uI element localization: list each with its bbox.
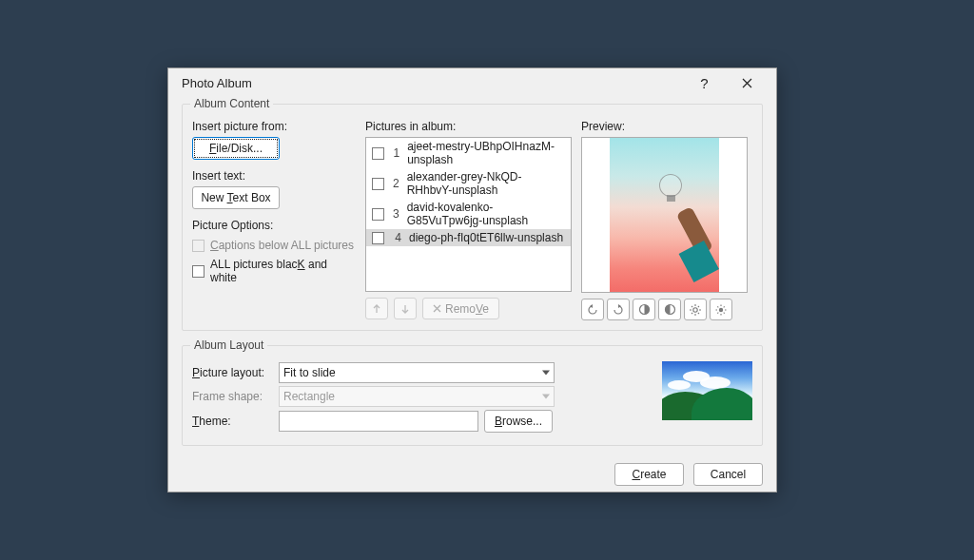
insert-column: Insert picture from: File/Disk... Insert… bbox=[192, 118, 356, 320]
svg-point-2 bbox=[693, 307, 697, 311]
list-item[interactable]: 3david-kovalenko-G85VuTpw6jg-unsplash bbox=[366, 199, 571, 229]
brightness-up-button[interactable] bbox=[684, 299, 707, 320]
list-item-checkbox[interactable] bbox=[372, 208, 384, 221]
list-item-name: ajeet-mestry-UBhpOIHnazM-unsplash bbox=[407, 140, 565, 166]
rotate-left-button[interactable] bbox=[581, 299, 604, 320]
album-content-legend: Album Content bbox=[190, 97, 273, 110]
album-content-group: Album Content Insert picture from: File/… bbox=[182, 97, 763, 331]
captions-label: Captions below ALL pictures bbox=[210, 239, 354, 252]
remove-button: RemoVe bbox=[422, 298, 499, 319]
pictures-column: Pictures in album: 1ajeet-mestry-UBhpOIH… bbox=[365, 118, 572, 320]
brightness-down-icon bbox=[714, 303, 728, 317]
file-disk-button[interactable]: File/Disk... bbox=[192, 137, 280, 160]
album-layout-legend: Album Layout bbox=[190, 338, 267, 352]
preview-label: Preview: bbox=[581, 120, 752, 133]
contrast-up-icon bbox=[638, 303, 651, 316]
photo-album-dialog: Photo Album ? Album Content Insert pictu… bbox=[167, 68, 777, 492]
list-item-checkbox[interactable] bbox=[372, 178, 384, 190]
preview-toolbar bbox=[581, 299, 752, 320]
pictures-listbox[interactable]: 1ajeet-mestry-UBhpOIHnazM-unsplash2alexa… bbox=[365, 137, 572, 292]
insert-picture-from-label: Insert picture from: bbox=[192, 120, 356, 133]
picture-options-label: Picture Options: bbox=[192, 219, 356, 232]
list-item[interactable]: 4diego-ph-fIq0tET6llw-unsplash bbox=[366, 229, 571, 246]
rotate-right-icon bbox=[612, 303, 625, 317]
list-item-number: 3 bbox=[392, 207, 399, 221]
rotate-left-icon bbox=[586, 303, 599, 317]
help-button[interactable]: ? bbox=[683, 68, 726, 97]
bw-checkbox[interactable] bbox=[192, 265, 205, 278]
frame-shape-label: Frame shape: bbox=[192, 390, 273, 403]
bw-label: ALL pictures blacK and white bbox=[210, 258, 356, 284]
arrow-down-icon bbox=[399, 303, 411, 315]
preview-box bbox=[581, 137, 748, 293]
bw-checkbox-row: ALL pictures blacK and white bbox=[192, 258, 356, 284]
album-layout-group: Album Layout Picture layout: Fit to slid… bbox=[182, 338, 763, 446]
create-button[interactable]: Create bbox=[614, 463, 684, 486]
brightness-up-icon bbox=[689, 303, 702, 317]
list-item-number: 4 bbox=[392, 231, 401, 244]
list-item-number: 2 bbox=[392, 177, 399, 190]
insert-text-label: Insert text: bbox=[192, 169, 356, 183]
chevron-down-icon bbox=[542, 395, 550, 399]
rotate-right-button[interactable] bbox=[607, 299, 630, 320]
dialog-title: Photo Album bbox=[182, 76, 683, 90]
close-button[interactable] bbox=[726, 68, 769, 97]
preview-image bbox=[610, 138, 719, 292]
browse-button[interactable]: Browse... bbox=[484, 410, 553, 433]
contrast-down-button[interactable] bbox=[658, 299, 681, 320]
dialog-footer: Create Cancel bbox=[182, 463, 763, 486]
list-item[interactable]: 2alexander-grey-NkQD-RHhbvY-unsplash bbox=[366, 168, 571, 199]
list-item[interactable]: 1ajeet-mestry-UBhpOIHnazM-unsplash bbox=[366, 138, 571, 168]
dialog-body: Album Content Insert picture from: File/… bbox=[168, 97, 776, 497]
svg-point-3 bbox=[719, 307, 723, 311]
theme-textbox[interactable] bbox=[279, 411, 478, 432]
dialog-titlebar: Photo Album ? bbox=[168, 68, 776, 97]
frame-shape-select: Rectangle bbox=[279, 386, 555, 407]
contrast-down-icon bbox=[664, 303, 676, 316]
move-down-button bbox=[394, 298, 417, 319]
theme-label: Theme: bbox=[192, 415, 273, 428]
list-item-number: 1 bbox=[392, 146, 399, 160]
layout-thumbnail bbox=[662, 361, 752, 420]
list-item-checkbox[interactable] bbox=[372, 232, 384, 244]
close-icon bbox=[742, 78, 752, 88]
picture-layout-select[interactable]: Fit to slide bbox=[279, 362, 555, 383]
move-up-button bbox=[365, 298, 388, 319]
list-item-name: alexander-grey-NkQD-RHhbvY-unsplash bbox=[407, 170, 565, 197]
x-icon bbox=[433, 304, 441, 313]
captions-checkbox-row: Captions below ALL pictures bbox=[192, 239, 356, 252]
chevron-down-icon bbox=[542, 371, 550, 376]
brightness-down-button[interactable] bbox=[710, 299, 732, 320]
captions-checkbox bbox=[192, 240, 205, 252]
list-item-name: david-kovalenko-G85VuTpw6jg-unsplash bbox=[407, 201, 565, 227]
list-item-checkbox[interactable] bbox=[372, 147, 384, 160]
arrow-up-icon bbox=[371, 303, 382, 315]
new-text-box-button[interactable]: New Text Box bbox=[192, 186, 280, 209]
preview-column: Preview: bbox=[581, 118, 752, 320]
picture-layout-value: Fit to slide bbox=[283, 366, 336, 379]
pictures-in-album-label: Pictures in album: bbox=[365, 120, 572, 133]
picture-layout-label: Picture layout: bbox=[192, 366, 273, 379]
cancel-button[interactable]: Cancel bbox=[693, 463, 763, 486]
contrast-up-button[interactable] bbox=[633, 299, 655, 320]
frame-shape-value: Rectangle bbox=[283, 390, 335, 403]
list-item-name: diego-ph-fIq0tET6llw-unsplash bbox=[409, 231, 563, 244]
